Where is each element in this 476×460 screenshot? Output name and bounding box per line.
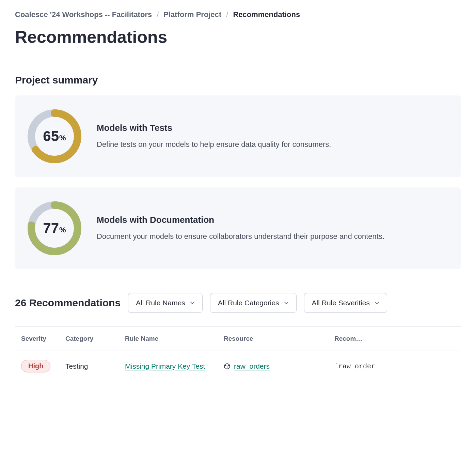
col-header-resource[interactable]: Resource [218,327,328,351]
breadcrumb-item[interactable]: Platform Project [163,10,221,19]
resource-link[interactable]: raw_orders [234,362,270,370]
gauge-value: 77 [43,220,59,236]
filter-rule-categories[interactable]: All Rule Categories [210,293,297,313]
chevron-down-icon [375,301,379,305]
severity-badge-high: High [21,360,50,372]
summary-card-title: Models with Documentation [97,215,449,225]
col-header-rule-name[interactable]: Rule Name [119,327,218,351]
filter-label: All Rule Severities [312,299,370,307]
gauge-tests: 65 % [27,109,82,164]
breadcrumb-separator: / [226,10,228,19]
col-header-recommendation[interactable]: Recom… [328,327,461,351]
breadcrumb-item[interactable]: Coalesce '24 Workshops -- Facilitators [15,10,152,19]
filter-rule-severities[interactable]: All Rule Severities [304,293,387,313]
recommendations-header: 26 Recommendations All Rule Names All Ru… [15,293,461,313]
gauge-percent-sign: % [59,134,66,142]
summary-card-documentation: 77 % Models with Documentation Document … [15,187,461,269]
table-row: High Testing Missing Primary Key Test ra… [15,351,461,375]
gauge-value: 65 [43,128,59,144]
breadcrumb: Coalesce '24 Workshops -- Facilitators /… [15,10,461,19]
summary-card-tests: 65 % Models with Tests Define tests on y… [15,95,461,177]
gauge-documentation: 77 % [27,201,82,256]
summary-card-description: Document your models to ensure collabora… [97,231,449,242]
filter-label: All Rule Categories [218,299,279,307]
model-icon [224,363,231,370]
rule-name-link[interactable]: Missing Primary Key Test [125,362,205,370]
summary-card-title: Models with Tests [97,123,449,133]
gauge-percent-sign: % [59,226,66,234]
page-title: Recommendations [15,27,461,47]
chevron-down-icon [284,301,289,305]
project-summary-heading: Project summary [15,74,461,86]
category-cell: Testing [59,351,119,375]
recommendation-snippet: `raw_order [334,363,375,370]
filter-label: All Rule Names [136,299,185,307]
col-header-category[interactable]: Category [59,327,119,351]
recommendations-count-heading: 26 Recommendations [15,297,121,309]
col-header-severity[interactable]: Severity [15,327,59,351]
chevron-down-icon [190,301,195,305]
summary-card-description: Define tests on your models to help ensu… [97,139,449,150]
breadcrumb-separator: / [157,10,159,19]
recommendations-table: Severity Category Rule Name Resource Rec… [15,326,461,374]
filter-rule-names[interactable]: All Rule Names [128,293,203,313]
breadcrumb-current: Recommendations [233,10,300,19]
